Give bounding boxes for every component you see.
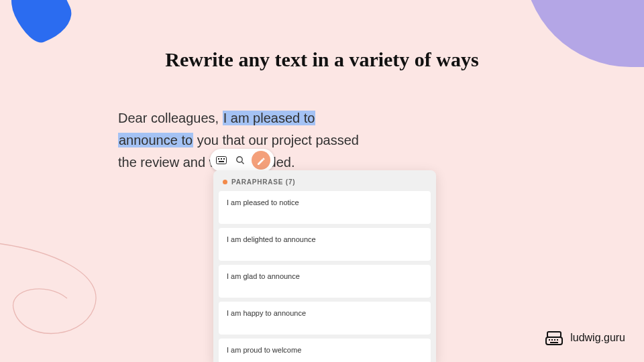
typewriter-icon bbox=[545, 328, 564, 347]
keyboard-icon[interactable] bbox=[214, 153, 229, 168]
inline-toolbar bbox=[210, 149, 274, 172]
svg-rect-3 bbox=[223, 158, 225, 160]
brand-mark[interactable]: ludwig.guru bbox=[545, 328, 625, 347]
svg-rect-4 bbox=[219, 161, 224, 162]
highlighted-phrase-2[interactable]: announce to bbox=[118, 133, 193, 147]
brand-label: ludwig.guru bbox=[570, 332, 625, 344]
svg-rect-0 bbox=[217, 157, 227, 164]
paraphrase-option[interactable]: I am glad to announce bbox=[219, 265, 431, 298]
text-pre: Dear colleagues, bbox=[118, 111, 223, 125]
svg-line-6 bbox=[241, 162, 244, 164]
decor-blue-blob bbox=[2, 0, 79, 48]
svg-rect-8 bbox=[546, 337, 562, 345]
paraphrase-option[interactable]: I am delighted to announce bbox=[219, 228, 431, 261]
paraphrase-option[interactable]: I am proud to welcome bbox=[219, 339, 431, 362]
decor-swirl bbox=[0, 235, 174, 362]
svg-rect-1 bbox=[218, 158, 219, 160]
paraphrase-option[interactable]: I am pleased to notice bbox=[219, 191, 431, 224]
highlighted-phrase-1[interactable]: I am pleased to bbox=[223, 111, 316, 125]
text-mid: you that our project passed bbox=[193, 133, 359, 147]
panel-header: PARAPHRASE (7) bbox=[219, 176, 431, 191]
panel-title: PARAPHRASE (7) bbox=[231, 178, 295, 186]
svg-rect-7 bbox=[547, 332, 561, 337]
paraphrase-panel: PARAPHRASE (7) I am pleased to notice I … bbox=[213, 170, 436, 362]
paraphrase-option[interactable]: I am happy to announce bbox=[219, 302, 431, 335]
promo-stage: Rewrite any text in a variety of ways De… bbox=[0, 0, 644, 362]
headline: Rewrite any text in a variety of ways bbox=[0, 48, 644, 71]
status-dot-icon bbox=[223, 180, 227, 184]
search-icon[interactable] bbox=[233, 153, 248, 168]
rewrite-icon[interactable] bbox=[252, 151, 270, 170]
svg-rect-2 bbox=[221, 158, 222, 160]
svg-point-5 bbox=[237, 157, 242, 162]
sample-text[interactable]: Dear colleagues, I am pleased to announc… bbox=[118, 107, 494, 174]
